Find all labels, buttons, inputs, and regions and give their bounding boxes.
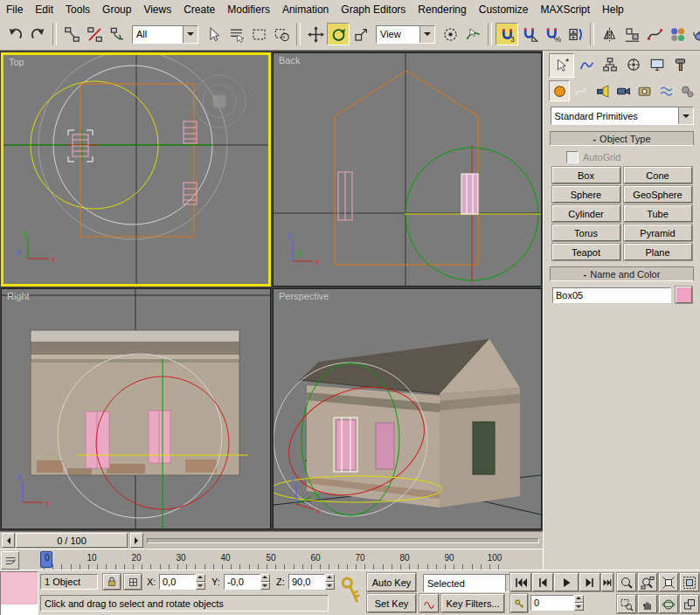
key-mode-dropdown[interactable]: Selected [423, 574, 521, 592]
select-object-button[interactable] [202, 23, 225, 45]
object-type-sphere-button[interactable]: Sphere [552, 186, 620, 203]
tab-utilities[interactable] [669, 53, 692, 76]
y-spinner[interactable] [260, 574, 270, 590]
time-forward-button[interactable] [130, 533, 143, 548]
tab-hierarchy[interactable] [598, 53, 621, 76]
object-type-geosphere-button[interactable]: GeoSphere [624, 186, 692, 203]
menu-views[interactable]: Views [137, 2, 177, 17]
select-and-manipulate-button[interactable] [461, 23, 484, 45]
go-to-end-button[interactable] [601, 573, 613, 591]
zoom-button[interactable] [617, 573, 636, 591]
z-spinner[interactable] [325, 574, 335, 590]
object-color-swatch[interactable] [676, 287, 692, 303]
tab-create[interactable] [549, 53, 574, 78]
chevron-down-icon[interactable] [678, 107, 693, 124]
material-editor-button[interactable] [666, 23, 689, 45]
viewport-label-back[interactable]: Back [279, 55, 300, 66]
selection-region-button[interactable] [247, 23, 270, 45]
zoom-all-button[interactable] [638, 573, 657, 591]
redo-button[interactable] [26, 23, 49, 45]
menu-create[interactable]: Create [177, 2, 221, 17]
maxscript-mini-listener[interactable] [0, 571, 38, 615]
menu-group[interactable]: Group [96, 2, 137, 17]
viewport-right[interactable]: Right [1, 288, 271, 529]
menu-edit[interactable]: Edit [29, 2, 59, 17]
viewport-back[interactable]: Back [273, 52, 542, 287]
object-type-teapot-button[interactable]: Teapot [552, 244, 620, 260]
next-frame-button[interactable] [579, 573, 600, 591]
undo-button[interactable] [3, 23, 26, 45]
category-lights-button[interactable] [592, 80, 613, 101]
curve-editor-button[interactable] [643, 23, 666, 45]
set-key-mode-button[interactable] [337, 574, 364, 612]
menu-rendering[interactable]: Rendering [412, 2, 472, 17]
mini-curve-editor-button[interactable] [1, 551, 19, 570]
category-cameras-button[interactable] [613, 80, 634, 101]
menu-maxscript[interactable]: MAXScript [534, 2, 596, 17]
object-type-cone-button[interactable]: Cone [624, 167, 692, 183]
use-pivot-center-button[interactable] [439, 23, 461, 45]
key-mode-toggle-button[interactable] [510, 594, 528, 612]
object-name-input[interactable] [552, 287, 671, 303]
chevron-down-icon[interactable] [419, 26, 434, 43]
set-key-button[interactable]: Set Key [367, 594, 416, 612]
viewport-label-right[interactable]: Right [7, 291, 30, 301]
tab-motion[interactable] [621, 53, 645, 76]
menu-animation[interactable]: Animation [276, 2, 335, 17]
unlink-selection-button[interactable] [83, 23, 106, 45]
select-by-name-button[interactable] [225, 23, 247, 45]
viewport-perspective-canvas[interactable]: z x y [274, 289, 541, 529]
wall-texture[interactable] [31, 330, 239, 475]
viewport-back-canvas[interactable]: z x y [274, 53, 541, 286]
tab-display[interactable] [645, 53, 669, 76]
rollout-object-type[interactable]: - Object Type [550, 131, 694, 146]
pan-button[interactable] [638, 595, 657, 613]
category-systems-button[interactable] [677, 80, 698, 101]
window-crossing-button[interactable] [270, 23, 293, 45]
primitives-category-dropdown[interactable]: Standard Primitives [551, 107, 694, 125]
object-type-cylinder-button[interactable]: Cylinder [552, 205, 620, 222]
reference-coordsys-dropdown[interactable]: View [376, 25, 435, 44]
default-tangent-button[interactable] [419, 594, 439, 612]
time-slider-handle[interactable]: 0 / 100 [16, 533, 128, 548]
menu-graph-editors[interactable]: Graph Editors [335, 2, 412, 17]
snaps-toggle-button[interactable]: 3 [496, 23, 518, 45]
category-spacewarps-button[interactable] [655, 80, 676, 101]
selection-lock-button[interactable] [103, 574, 121, 590]
select-and-move-button[interactable] [304, 23, 327, 45]
house-wireframe[interactable] [335, 71, 478, 265]
percent-snap-button[interactable]: % [541, 23, 564, 45]
x-coord-field[interactable]: 0,0 [159, 574, 196, 590]
time-back-button[interactable] [2, 533, 15, 548]
menu-tools[interactable]: Tools [59, 2, 96, 17]
autogrid-checkbox[interactable] [566, 151, 579, 163]
frame-spinner[interactable] [574, 595, 584, 611]
select-and-scale-button[interactable] [350, 23, 372, 45]
tab-modify[interactable] [574, 53, 598, 76]
track-bar[interactable]: 0 10 20 30 40 50 60 70 80 90 100 [0, 549, 543, 570]
zoom-region-button[interactable] [617, 595, 636, 613]
arc-rotate-button[interactable] [659, 595, 678, 613]
previous-frame-button[interactable] [532, 573, 553, 591]
object-type-plane-button[interactable]: Plane [624, 244, 692, 260]
absolute-offset-mode-button[interactable] [124, 574, 142, 590]
selection-filter-dropdown[interactable]: All [132, 25, 198, 44]
viewport-label-perspective[interactable]: Perspective [279, 291, 329, 301]
y-coord-field[interactable]: -0,0 [224, 574, 260, 590]
menu-modifiers[interactable]: Modifiers [221, 2, 276, 17]
menu-file[interactable]: File [0, 2, 29, 17]
min-max-toggle-button[interactable] [680, 595, 699, 613]
go-to-start-button[interactable] [510, 573, 531, 591]
mini-listener-white-pane[interactable] [1, 605, 38, 615]
window-objects[interactable] [73, 121, 197, 204]
x-spinner[interactable] [196, 574, 205, 590]
viewport-perspective[interactable]: Perspective [273, 288, 542, 529]
play-button[interactable] [554, 573, 579, 591]
quick-render-button[interactable] [689, 23, 700, 45]
viewport-right-canvas[interactable]: z x [2, 289, 270, 529]
select-and-rotate-button[interactable] [327, 23, 350, 45]
screen-rotation-ring[interactable] [38, 55, 227, 239]
object-type-torus-button[interactable]: Torus [552, 225, 620, 241]
object-type-tube-button[interactable]: Tube [624, 205, 692, 222]
gizmo-axes[interactable] [6, 130, 213, 160]
